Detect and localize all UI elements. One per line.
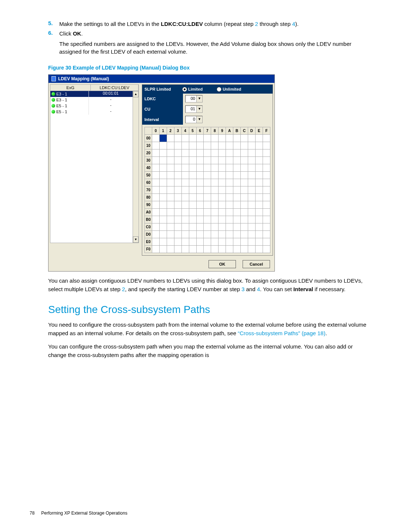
grid-cell[interactable] xyxy=(255,223,263,231)
grid-cell[interactable] xyxy=(167,238,174,246)
grid-cell[interactable] xyxy=(248,231,256,238)
grid-cell[interactable] xyxy=(211,142,219,149)
grid-cell[interactable] xyxy=(167,149,174,157)
grid-cell[interactable] xyxy=(248,179,256,186)
grid-cell[interactable] xyxy=(189,149,196,157)
grid-cell[interactable] xyxy=(219,142,226,149)
grid-cell[interactable] xyxy=(263,186,270,194)
grid-cell[interactable] xyxy=(189,157,196,164)
list-scrollbar[interactable]: ▴ ▾ xyxy=(133,91,139,243)
grid-cell[interactable] xyxy=(159,194,167,201)
grid-cell[interactable] xyxy=(248,149,256,157)
grid-cell[interactable] xyxy=(159,209,167,216)
grid-cell[interactable] xyxy=(159,179,167,186)
grid-cell[interactable] xyxy=(152,223,159,231)
grid-cell[interactable] xyxy=(159,142,167,149)
ok-button[interactable]: OK xyxy=(209,260,236,268)
grid-cell[interactable] xyxy=(233,142,241,149)
ldkc-select[interactable]: 00▼ xyxy=(185,95,203,102)
grid-cell[interactable] xyxy=(159,231,167,238)
grid-cell[interactable] xyxy=(196,135,204,142)
grid-cell[interactable] xyxy=(181,157,189,164)
grid-cell[interactable] xyxy=(174,209,181,216)
grid-cell[interactable] xyxy=(204,179,211,186)
table-row[interactable]: E5 - 1- xyxy=(50,109,133,115)
grid-cell[interactable] xyxy=(174,246,181,253)
grid-cell[interactable] xyxy=(152,135,159,142)
grid-cell[interactable] xyxy=(263,216,270,223)
grid-cell[interactable] xyxy=(196,201,204,209)
grid-cell[interactable] xyxy=(181,231,189,238)
grid-cell[interactable] xyxy=(226,135,233,142)
grid-cell[interactable] xyxy=(189,209,196,216)
grid-cell[interactable] xyxy=(263,201,270,209)
grid-cell[interactable] xyxy=(181,238,189,246)
grid-cell[interactable] xyxy=(167,179,174,186)
grid-cell[interactable] xyxy=(174,149,181,157)
grid-cell[interactable] xyxy=(226,142,233,149)
grid-cell[interactable] xyxy=(219,246,226,253)
grid-cell[interactable] xyxy=(241,157,248,164)
grid-cell[interactable] xyxy=(152,172,159,179)
grid-cell[interactable] xyxy=(219,194,226,201)
grid-cell[interactable] xyxy=(159,164,167,172)
grid-cell[interactable] xyxy=(263,231,270,238)
grid-cell[interactable] xyxy=(152,179,159,186)
grid-cell[interactable] xyxy=(233,135,241,142)
grid-cell[interactable] xyxy=(174,135,181,142)
grid-cell[interactable] xyxy=(159,186,167,194)
grid-cell[interactable] xyxy=(211,164,219,172)
chevron-down-icon[interactable]: ▼ xyxy=(196,106,202,112)
grid-cell[interactable] xyxy=(196,164,204,172)
grid-cell[interactable] xyxy=(241,223,248,231)
grid-cell[interactable] xyxy=(167,194,174,201)
grid-cell[interactable] xyxy=(174,186,181,194)
grid-cell[interactable] xyxy=(219,135,226,142)
grid-cell[interactable] xyxy=(248,246,256,253)
grid-cell[interactable] xyxy=(152,216,159,223)
grid-cell[interactable] xyxy=(189,231,196,238)
grid-cell[interactable] xyxy=(167,223,174,231)
grid-cell[interactable] xyxy=(248,135,256,142)
grid-cell[interactable] xyxy=(181,223,189,231)
grid-cell[interactable] xyxy=(189,223,196,231)
grid-cell[interactable] xyxy=(226,157,233,164)
grid-cell[interactable] xyxy=(189,135,196,142)
grid-cell[interactable] xyxy=(241,201,248,209)
grid-cell[interactable] xyxy=(204,149,211,157)
grid-cell[interactable] xyxy=(204,223,211,231)
grid-cell[interactable] xyxy=(189,172,196,179)
grid-cell[interactable] xyxy=(196,231,204,238)
cancel-button[interactable]: Cancel xyxy=(243,260,270,268)
radio-limited[interactable]: Limited xyxy=(182,87,203,92)
grid-cell[interactable] xyxy=(211,186,219,194)
grid-cell[interactable] xyxy=(233,246,241,253)
col-header-ldev[interactable]: LDKC:CU:LDEV xyxy=(91,85,139,91)
grid-cell[interactable] xyxy=(233,201,241,209)
grid-cell[interactable] xyxy=(181,194,189,201)
grid-cell[interactable] xyxy=(255,246,263,253)
grid-cell[interactable] xyxy=(233,216,241,223)
grid-cell[interactable] xyxy=(255,231,263,238)
grid-cell[interactable] xyxy=(196,142,204,149)
grid-cell[interactable] xyxy=(248,172,256,179)
grid-cell[interactable] xyxy=(211,231,219,238)
grid-cell[interactable] xyxy=(181,179,189,186)
grid-cell[interactable] xyxy=(204,209,211,216)
cu-select[interactable]: 01▼ xyxy=(185,105,203,113)
grid-cell[interactable] xyxy=(159,172,167,179)
grid-cell[interactable] xyxy=(233,157,241,164)
xref-step-4b[interactable]: 4 xyxy=(257,286,260,292)
grid-cell[interactable] xyxy=(248,216,256,223)
grid-cell[interactable] xyxy=(189,186,196,194)
grid-cell[interactable] xyxy=(174,164,181,172)
grid-cell[interactable] xyxy=(255,179,263,186)
grid-cell[interactable] xyxy=(174,172,181,179)
grid-cell[interactable] xyxy=(263,157,270,164)
grid-cell[interactable] xyxy=(233,164,241,172)
grid-cell[interactable] xyxy=(255,172,263,179)
grid-cell[interactable] xyxy=(211,209,219,216)
grid-cell[interactable] xyxy=(255,142,263,149)
grid-cell[interactable] xyxy=(263,194,270,201)
grid-cell[interactable] xyxy=(248,238,256,246)
